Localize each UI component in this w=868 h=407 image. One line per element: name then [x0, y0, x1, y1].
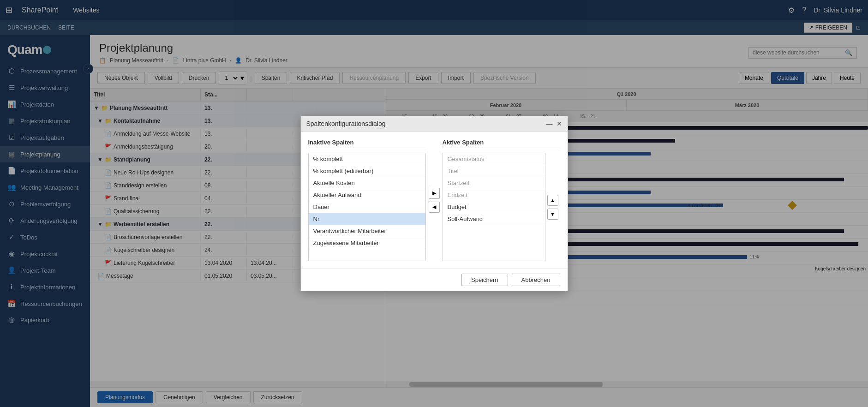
- dialog: Spaltenkonfigurationsdialog — ✕ Inaktive…: [300, 116, 568, 291]
- move-left-button[interactable]: ◀: [429, 202, 440, 213]
- list-item-startzeit: Startzeit: [443, 177, 545, 189]
- move-right-button[interactable]: ▶: [429, 188, 440, 199]
- move-up-button[interactable]: ▲: [547, 195, 558, 206]
- move-down-button[interactable]: ▼: [547, 209, 558, 220]
- cancel-button[interactable]: Abbrechen: [512, 274, 560, 286]
- list-item-komplett[interactable]: % komplett: [309, 153, 425, 165]
- inactive-col: Inaktive Spalten % komplett % komplett (…: [308, 139, 426, 261]
- list-item-budget[interactable]: Budget: [443, 201, 545, 213]
- inactive-list[interactable]: % komplett % komplett (editierbar) Aktue…: [308, 153, 426, 261]
- inactive-col-header: Inaktive Spalten: [308, 139, 426, 148]
- list-item-verantwortlicher[interactable]: Verantwortlicher Mitarbeiter: [309, 225, 425, 237]
- list-item-titel: Titel: [443, 165, 545, 177]
- list-item-nr[interactable]: Nr.: [309, 213, 425, 225]
- modal-overlay: Spaltenkonfigurationsdialog — ✕ Inaktive…: [0, 0, 868, 407]
- dialog-title: Spaltenkonfigurationsdialog: [306, 120, 386, 127]
- save-button[interactable]: Speichern: [461, 274, 508, 286]
- list-item-endzeit: Endzeit: [443, 189, 545, 201]
- list-item-aktuelle-kosten[interactable]: Aktuelle Kosten: [309, 177, 425, 189]
- dialog-order-arrows: ▲ ▼: [545, 153, 560, 261]
- dialog-body: Inaktive Spalten % komplett % komplett (…: [301, 132, 568, 269]
- active-col-header: Aktive Spalten: [443, 139, 560, 148]
- active-col-content: Gesamtstatus Titel Startzeit Endzeit Bud…: [443, 153, 560, 261]
- dialog-titlebar: Spaltenkonfigurationsdialog — ✕: [301, 116, 568, 132]
- list-item-aktueller-aufwand[interactable]: Aktueller Aufwand: [309, 189, 425, 201]
- dialog-footer: Speichern Abbrechen: [301, 269, 568, 291]
- dialog-minimize-icon[interactable]: —: [546, 120, 553, 127]
- list-item-komplett-edit[interactable]: % komplett (editierbar): [309, 165, 425, 177]
- dialog-title-icons: — ✕: [546, 120, 562, 127]
- list-item-gesamtstatus: Gesamtstatus: [443, 153, 545, 165]
- dialog-transfer-arrows: ▶ ◀: [426, 139, 443, 261]
- dialog-close-icon[interactable]: ✕: [557, 120, 562, 127]
- list-item-soll-aufwand[interactable]: Soll-Aufwand: [443, 213, 545, 225]
- active-list[interactable]: Gesamtstatus Titel Startzeit Endzeit Bud…: [443, 153, 545, 261]
- list-item-zugewiesene[interactable]: Zugewiesene Mitarbeiter: [309, 237, 425, 249]
- active-col: Aktive Spalten Gesamtstatus Titel Startz…: [443, 139, 560, 261]
- list-item-dauer[interactable]: Dauer: [309, 201, 425, 213]
